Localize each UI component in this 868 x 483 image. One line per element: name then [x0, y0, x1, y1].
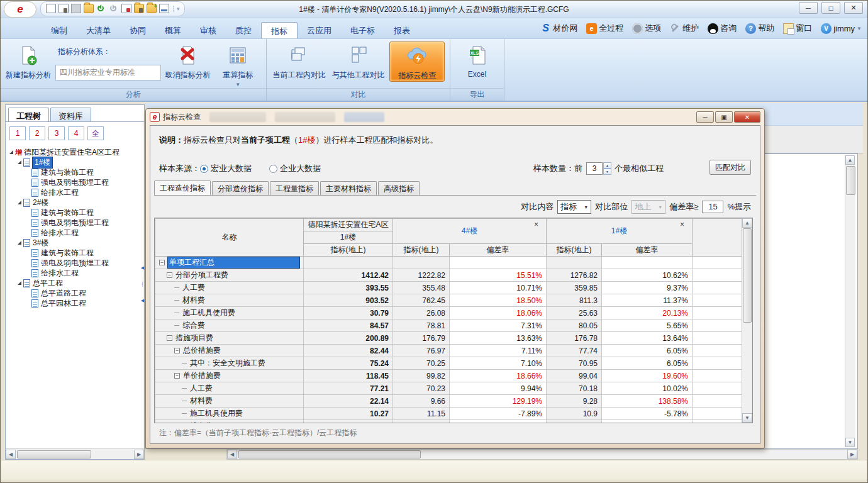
menu-item-维护[interactable]: 维护 [670, 23, 699, 34]
expand-triangle-icon[interactable] [18, 281, 21, 285]
column-header-indicator[interactable]: 指标(地上) [393, 244, 450, 257]
table-row[interactable]: 综合费84.5778.817.31%80.055.65% [155, 319, 742, 332]
undo-icon[interactable] [96, 4, 106, 13]
menu-tab-指标[interactable]: 指标 [261, 22, 298, 38]
row-name-cell[interactable]: 施工机具使用费 [155, 408, 304, 420]
expand-triangle-icon[interactable] [9, 150, 13, 154]
scrollbar-thumb[interactable] [238, 450, 421, 458]
menu-item-jimmy[interactable]: Vjimmy▼ [821, 23, 862, 34]
column-header-project[interactable]: 德阳某拆迁安置住宅A区 [304, 219, 393, 231]
tree-item-1#楼[interactable]: 1#楼 [8, 157, 143, 167]
scroll-down-icon[interactable]: ▼ [845, 438, 855, 447]
table-row[interactable]: −措施项目费200.89176.7913.63%176.7813.64% [155, 332, 742, 345]
menu-item-咨询[interactable]: 咨询 [708, 23, 737, 34]
recalc-button[interactable]: 重算指标 ▼ [214, 42, 261, 87]
dialog-maximize-button[interactable]: ▣ [715, 111, 733, 123]
table-row[interactable]: 施工机具使用费10.2711.15-7.89%10.9-5.78% [155, 408, 742, 420]
scroll-up-icon[interactable]: ▲ [742, 218, 752, 228]
dialog-tab-工程造价指标[interactable]: 工程造价指标 [154, 180, 211, 196]
tree-item-总平工程[interactable]: 总平工程 [8, 278, 143, 288]
expand-triangle-icon[interactable] [18, 160, 21, 164]
level-button-3[interactable]: 3 [48, 126, 65, 140]
menu-item-材价网[interactable]: S材价网 [540, 23, 577, 34]
row-name-cell[interactable]: 材料费 [155, 395, 304, 408]
menu-item-窗口[interactable]: 窗口 [783, 23, 812, 34]
spin-down-icon[interactable]: ▼ [603, 169, 611, 175]
folder-lock-icon[interactable] [134, 4, 144, 13]
row-name-cell[interactable]: −总价措施费 [155, 345, 304, 357]
scrollbar-thumb[interactable] [743, 228, 752, 323]
tree-item-给排水工程[interactable]: 给排水工程 [8, 268, 143, 278]
sample-count-input[interactable]: 3 [586, 162, 603, 175]
close-button[interactable]: ✕ [844, 2, 863, 14]
column-header-indicator[interactable]: 指标(地上) [547, 244, 602, 257]
collapse-box-icon[interactable]: − [167, 335, 172, 341]
menu-tab-云应用[interactable]: 云应用 [298, 22, 341, 38]
scroll-up-icon[interactable]: ▲ [845, 155, 855, 165]
column-header-project-sub[interactable]: 1#楼 [304, 231, 393, 244]
level-button-4[interactable]: 4 [68, 126, 84, 140]
excel-button[interactable]: XLS Excel [455, 42, 499, 79]
table-vertical-scrollbar[interactable]: ▲ ▼ [742, 218, 752, 423]
match-compare-button[interactable]: 匹配对比 [709, 160, 751, 175]
row-name-cell[interactable]: 材料费 [155, 294, 304, 307]
scrollbar-thumb[interactable] [17, 450, 91, 458]
menu-tab-概算[interactable]: 概算 [155, 22, 191, 38]
compare-content-select[interactable]: 指标▼ [557, 200, 591, 214]
table-row[interactable]: 材料费903.52762.4518.50%811.311.37% [155, 294, 742, 307]
table-row[interactable]: −总价措施费82.4476.977.11%77.746.05% [155, 345, 742, 357]
cancel-analysis-button[interactable]: 取消指标分析 [165, 42, 211, 80]
tree-item-建筑与装饰工程[interactable]: 建筑与装饰工程 [8, 208, 143, 218]
expand-triangle-icon[interactable] [18, 241, 21, 245]
tree-item-2#楼[interactable]: 2#楼 [8, 197, 143, 208]
save-icon[interactable] [71, 4, 81, 13]
edit-page-icon[interactable] [159, 4, 169, 13]
menu-tab-审核[interactable]: 审核 [191, 22, 226, 38]
new-analysis-button[interactable]: 新建指标分析 [5, 42, 52, 80]
expand-triangle-icon[interactable] [18, 201, 21, 204]
menu-tab-报表[interactable]: 报表 [384, 22, 420, 38]
collapse-box-icon[interactable]: − [174, 348, 180, 353]
tree-item-3#楼[interactable]: 3#楼 [8, 238, 143, 248]
table-row[interactable]: −分部分项工程费1412.421222.8215.51%1276.8210.62… [155, 269, 742, 282]
menu-item-选项[interactable]: 选项 [632, 23, 661, 34]
dialog-minimize-button[interactable]: ─ [696, 111, 714, 123]
column-group-1building[interactable]: 1#楼 × [547, 219, 693, 244]
row-name-cell[interactable]: −单价措施费 [155, 370, 304, 382]
collapse-box-icon[interactable]: − [174, 373, 180, 379]
tree-item-强电及弱电预埋工程[interactable]: 强电及弱电预埋工程 [8, 218, 143, 228]
folder-add-icon[interactable]: + [147, 4, 157, 13]
table-row[interactable]: 材料费22.149.66129.19%9.28138.58% [155, 395, 742, 408]
scroll-left-icon[interactable]: ◀ [6, 450, 16, 459]
menu-item-帮助[interactable]: ?帮助 [745, 23, 774, 34]
redo-icon[interactable] [109, 4, 119, 13]
scroll-right-icon[interactable]: ▶ [134, 450, 144, 459]
row-name-cell[interactable]: 人工费 [155, 282, 304, 294]
spin-up-icon[interactable]: ▲ [603, 162, 611, 169]
level-button-2[interactable]: 2 [29, 126, 45, 140]
analysis-system-value[interactable]: 四川指标宏业专用标准 [55, 65, 161, 80]
table-row[interactable]: 施工机具使用费30.7926.0818.06%25.6320.13% [155, 307, 742, 319]
menu-tab-编制[interactable]: 编制 [42, 22, 77, 38]
dialog-tab-工程量指标[interactable]: 工程量指标 [270, 181, 319, 195]
level-button-1[interactable]: 1 [9, 126, 26, 140]
radio-enterprise-bigdata[interactable]: 企业大数据 [269, 163, 321, 174]
menu-tab-质控[interactable]: 质控 [226, 22, 261, 38]
sidebar-horizontal-scrollbar[interactable]: ◀ ▶ [6, 448, 144, 459]
minimize-button[interactable]: ─ [799, 2, 818, 14]
row-name-cell[interactable]: 其中：安全文明施工费 [155, 357, 304, 370]
tree-item-建筑与装饰工程[interactable]: 建筑与装饰工程 [8, 248, 143, 258]
tree-item-给排水工程[interactable]: 给排水工程 [8, 187, 143, 197]
row-name-cell[interactable]: −措施项目费 [155, 332, 304, 345]
column-header-deviation[interactable]: 偏差率 [602, 244, 693, 257]
compare-other-button[interactable]: 与其他工程对比 [331, 42, 386, 80]
row-name-cell[interactable]: −单项工程汇总 [155, 257, 304, 269]
table-row[interactable]: 其中：安全文明施工费75.2470.257.10%70.956.05% [155, 357, 742, 370]
collapse-box-icon[interactable]: − [167, 272, 172, 278]
column-header-indicator[interactable]: 指标(地上) [304, 244, 393, 257]
column-header-name[interactable]: 名称 [155, 219, 304, 257]
new-file-icon[interactable] [46, 4, 56, 13]
export-page-icon[interactable] [121, 4, 131, 13]
tree-item-总平园林工程[interactable]: 总平园林工程 [8, 298, 143, 308]
cloud-check-button[interactable]: 指标云检查 [389, 42, 445, 82]
